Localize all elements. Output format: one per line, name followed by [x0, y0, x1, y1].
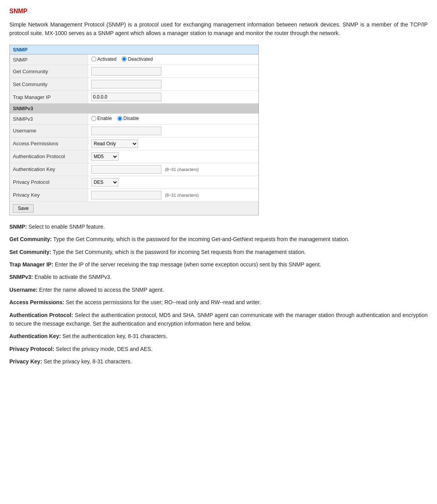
save-cell: Save — [10, 201, 258, 215]
desc-paragraph: Access Permissions: Set the access permi… — [9, 298, 428, 307]
snmpv3-disable-radio[interactable] — [117, 116, 122, 121]
page-title: SNMP — [9, 8, 428, 15]
save-button[interactable]: Save — [13, 204, 34, 213]
desc-term: Set Community: — [9, 249, 51, 255]
set-community-row: Set Community — [10, 78, 258, 91]
desc-paragraph: SNMPv3: Enable to activate the SNMPv3. — [9, 273, 428, 281]
snmpv3-label: SNMPv3 — [10, 114, 88, 125]
snmpv3-section-header-row: SNMPv3 — [10, 104, 258, 114]
snmp-activated-radio[interactable] — [91, 56, 96, 62]
get-community-input[interactable] — [91, 67, 161, 76]
access-permissions-row: Access Permissions Read Only Read Write — [10, 137, 258, 150]
get-community-label: Get Community — [10, 65, 88, 78]
privacy-key-input[interactable] — [91, 191, 161, 199]
desc-text: Select the privacy mode, DES and AES. — [54, 346, 152, 352]
desc-term: Authentication Key: — [9, 333, 61, 339]
desc-paragraph: Set Community: Type the Set Community, w… — [9, 248, 428, 256]
auth-protocol-row: Authentication Protocol MD5 SHA — [10, 150, 258, 163]
snmpv3-enable-label[interactable]: Enable — [91, 116, 112, 121]
privacy-protocol-select[interactable]: DES AES — [91, 178, 119, 187]
desc-text: Enable to activate the SNMPv3. — [33, 274, 112, 280]
save-row: Save — [10, 201, 258, 215]
privacy-key-hint: (8~31 characters) — [165, 193, 199, 197]
panel-header: SNMP — [10, 45, 258, 55]
auth-key-hint: (8~31 characters) — [165, 167, 199, 172]
snmpv3-section-header: SNMPv3 — [10, 104, 258, 114]
snmp-activated-label[interactable]: Activated — [91, 56, 117, 62]
privacy-key-label: Privacy Key — [10, 189, 88, 201]
desc-text: Type the Get Community, which is the pas… — [52, 236, 350, 242]
desc-paragraph: Privacy Protocol: Select the privacy mod… — [9, 345, 428, 353]
snmpv3-enable-radio[interactable] — [91, 116, 96, 121]
auth-key-value: (8~31 characters) — [88, 163, 258, 176]
desc-text: Set the privacy key, 8-31 characters. — [42, 358, 132, 365]
set-community-label: Set Community — [10, 78, 88, 91]
desc-paragraph: Authentication Key: Set the authenticati… — [9, 332, 428, 340]
desc-term: SNMPv3: — [9, 274, 33, 280]
desc-term: Username: — [9, 287, 37, 293]
snmp-row: SNMP Activated Deactivated — [10, 55, 258, 65]
form-table: SNMP Activated Deactivated Get Community… — [10, 55, 258, 215]
desc-paragraph: Trap Manager IP: Enter the IP of the ser… — [9, 260, 428, 269]
auth-protocol-label: Authentication Protocol — [10, 150, 88, 163]
snmpv3-disable-text: Disable — [124, 116, 139, 121]
privacy-protocol-label: Privacy Protocol — [10, 176, 88, 189]
privacy-protocol-value: DES AES — [88, 176, 258, 189]
privacy-protocol-row: Privacy Protocol DES AES — [10, 176, 258, 189]
desc-term: Authentication Protocol: — [9, 312, 73, 318]
snmp-deactivated-radio[interactable] — [122, 56, 127, 62]
desc-term: Privacy Key: — [9, 358, 42, 365]
desc-text: Enter the IP of the server receiving the… — [53, 261, 321, 268]
desc-term: Get Community: — [9, 236, 52, 242]
trap-manager-ip-value — [88, 91, 258, 104]
snmp-field-value: Activated Deactivated — [88, 55, 258, 65]
desc-term: Access Permissions: — [9, 299, 64, 305]
auth-protocol-select[interactable]: MD5 SHA — [91, 152, 119, 161]
set-community-input[interactable] — [91, 80, 161, 88]
username-input[interactable] — [91, 127, 161, 135]
desc-term: Privacy Protocol: — [9, 346, 54, 352]
trap-manager-ip-row: Trap Manager IP — [10, 91, 258, 104]
snmpv3-row: SNMPv3 Enable Disable — [10, 114, 258, 125]
desc-paragraph: Get Community: Type the Get Community, w… — [9, 235, 428, 243]
intro-paragraph: Simple Network Management Protocol (SNMP… — [9, 20, 428, 38]
trap-manager-ip-input[interactable] — [91, 93, 161, 101]
desc-text: Set the access permissions for the user;… — [64, 299, 261, 305]
snmp-activated-text: Activated — [97, 56, 117, 62]
desc-paragraph: Privacy Key: Set the privacy key, 8-31 c… — [9, 357, 428, 366]
snmpv3-value: Enable Disable — [88, 114, 258, 125]
username-label: Username — [10, 124, 88, 137]
set-community-value — [88, 78, 258, 91]
desc-text: Set the authentication key, 8-31 charact… — [61, 333, 167, 339]
desc-paragraph: Authentication Protocol: Select the auth… — [9, 311, 428, 328]
desc-term: Trap Manager IP: — [9, 261, 53, 268]
desc-text: Enter the name allowed to access the SNM… — [37, 287, 164, 293]
access-permissions-label: Access Permissions — [10, 137, 88, 150]
username-value — [88, 124, 258, 137]
get-community-row: Get Community — [10, 65, 258, 78]
access-permissions-select[interactable]: Read Only Read Write — [91, 139, 138, 148]
snmp-field-label: SNMP — [10, 55, 88, 65]
desc-term: SNMP: — [9, 224, 27, 230]
get-community-value — [88, 65, 258, 78]
desc-text: Type the Set Community, which is the pas… — [51, 249, 306, 255]
desc-paragraph: SNMP: Select to enable SNMP feature. — [9, 222, 428, 231]
privacy-key-row: Privacy Key (8~31 characters) — [10, 189, 258, 201]
trap-manager-ip-label: Trap Manager IP — [10, 91, 88, 104]
snmpv3-disable-label[interactable]: Disable — [117, 116, 139, 121]
privacy-key-value: (8~31 characters) — [88, 189, 258, 201]
desc-paragraph: Username: Enter the name allowed to acce… — [9, 285, 428, 294]
descriptions-section: SNMP: Select to enable SNMP feature.Get … — [9, 222, 428, 366]
auth-key-input[interactable] — [91, 165, 161, 174]
access-permissions-value: Read Only Read Write — [88, 137, 258, 150]
auth-key-row: Authentication Key (8~31 characters) — [10, 163, 258, 176]
snmp-deactivated-text: Deactivated — [128, 56, 152, 62]
desc-text: Select to enable SNMP feature. — [27, 224, 105, 230]
snmp-panel: SNMP SNMP Activated Deactivated Get Comm… — [9, 45, 259, 215]
auth-key-label: Authentication Key — [10, 163, 88, 176]
snmp-deactivated-label[interactable]: Deactivated — [122, 56, 152, 62]
snmpv3-enable-text: Enable — [97, 116, 112, 121]
auth-protocol-value: MD5 SHA — [88, 150, 258, 163]
username-row: Username — [10, 124, 258, 137]
